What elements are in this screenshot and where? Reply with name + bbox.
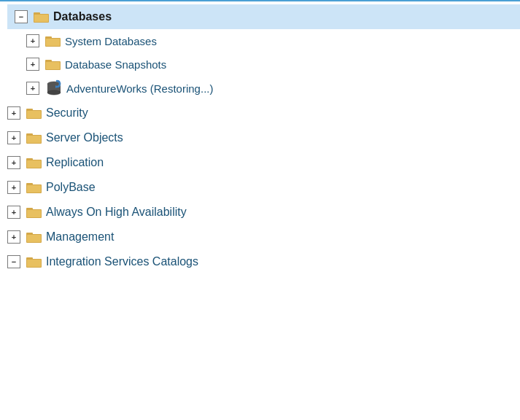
tree-item-server-objects[interactable]: + Server Objects [0,125,520,150]
folder-icon-system-databases [45,34,61,47]
svg-rect-24 [27,185,41,192]
expander-database-snapshots[interactable]: + [26,58,39,71]
label-databases: Databases [53,10,112,23]
svg-rect-15 [27,111,41,118]
expander-security[interactable]: + [7,106,20,120]
svg-rect-8 [46,62,60,69]
folder-icon-security [26,106,42,120]
svg-rect-21 [27,160,41,168]
tree-item-always-on[interactable]: + Always On High Availability [0,200,520,225]
label-always-on: Always On High Availability [46,206,187,219]
folder-icon-databases [34,10,50,23]
svg-point-11 [47,90,61,95]
folder-icon-integration-services [26,255,42,268]
folder-icon-replication [26,156,42,169]
svg-rect-18 [27,136,41,143]
label-integration-services: Integration Services Catalogs [46,255,198,268]
label-database-snapshots: Database Snapshots [65,58,166,71]
tree-item-databases[interactable]: − Databases [7,4,520,29]
expander-integration-services[interactable]: − [7,255,20,268]
label-security: Security [46,106,88,120]
folder-icon-polybase [26,181,42,194]
label-management: Management [46,230,114,244]
tree-item-adventureworks[interactable]: + AdventureWorks (Restoring...) [0,76,520,101]
folder-icon-always-on [26,206,42,219]
expander-always-on[interactable]: + [7,206,20,219]
label-system-databases: System Databases [65,35,157,47]
svg-rect-27 [27,210,41,217]
label-replication: Replication [46,156,104,169]
tree-item-database-snapshots[interactable]: + Database Snapshots [0,52,520,76]
label-adventureworks: AdventureWorks (Restoring...) [66,82,213,95]
expander-server-objects[interactable]: + [7,131,20,144]
svg-rect-5 [46,39,60,46]
svg-rect-30 [27,235,41,242]
svg-rect-33 [27,260,41,267]
folder-icon-management [26,230,42,244]
db-restore-icon [45,79,63,97]
label-polybase: PolyBase [46,181,96,194]
expander-databases[interactable]: − [15,10,28,23]
label-server-objects: Server Objects [46,131,123,144]
tree-item-security[interactable]: + Security [0,101,520,125]
expander-replication[interactable]: + [7,156,20,169]
expander-adventureworks[interactable]: + [26,82,39,95]
svg-rect-2 [34,15,48,22]
expander-polybase[interactable]: + [7,181,20,194]
tree-item-integration-services[interactable]: − Integration Services Catalogs [0,249,520,274]
object-explorer-tree: − Databases + System Databases + Databas… [0,0,520,277]
folder-icon-database-snapshots [45,58,61,71]
tree-item-system-databases[interactable]: + System Databases [0,29,520,52]
tree-item-management[interactable]: + Management [0,225,520,249]
tree-item-replication[interactable]: + Replication [0,150,520,175]
expander-system-databases[interactable]: + [26,34,39,47]
expander-management[interactable]: + [7,230,20,244]
tree-item-polybase[interactable]: + PolyBase [0,175,520,200]
folder-icon-server-objects [26,131,42,144]
